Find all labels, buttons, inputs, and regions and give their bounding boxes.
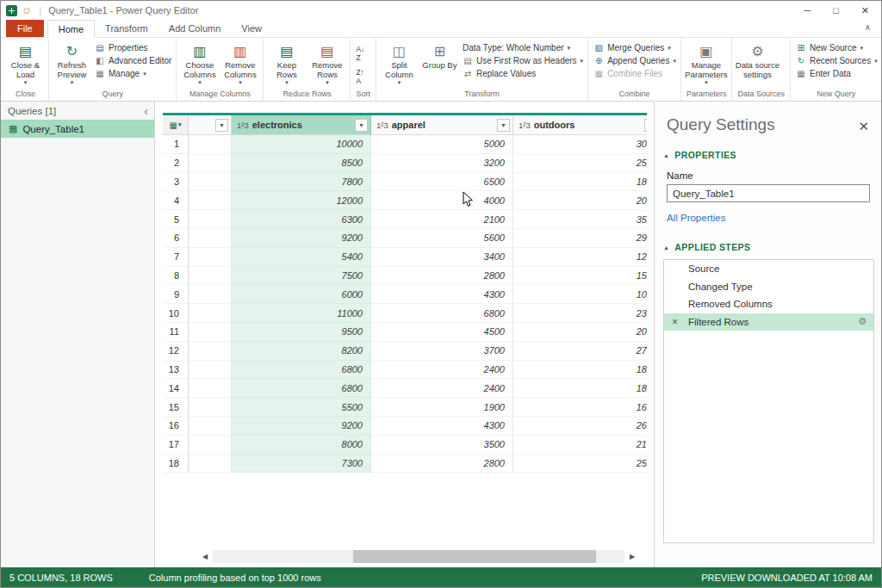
data-cell[interactable]: 6800 bbox=[232, 379, 371, 398]
row-number-cell[interactable]: 18 bbox=[163, 455, 189, 473]
data-cell[interactable]: 6000 bbox=[232, 285, 371, 304]
all-properties-link[interactable]: All Properties bbox=[667, 213, 725, 223]
new-source-button[interactable]: ⊞ New Source ▾ bbox=[796, 43, 878, 53]
data-cell[interactable]: 4300 bbox=[371, 417, 513, 436]
row-number-cell[interactable]: 10 bbox=[163, 304, 189, 323]
applied-step[interactable]: Removed Columns bbox=[664, 295, 873, 313]
data-cell[interactable]: 5000 bbox=[371, 135, 513, 154]
status-profiling-info[interactable]: Column profiling based on top 1000 rows bbox=[149, 573, 321, 583]
data-cell[interactable] bbox=[189, 135, 232, 154]
row-number-cell[interactable]: 15 bbox=[163, 398, 189, 417]
data-cell[interactable]: 2100 bbox=[371, 210, 513, 229]
row-number-cell[interactable]: 4 bbox=[163, 191, 189, 210]
data-cell[interactable]: 9200 bbox=[232, 417, 371, 436]
data-cell[interactable]: 200 bbox=[513, 323, 647, 342]
data-cell[interactable]: 8000 bbox=[232, 436, 371, 455]
enter-data-button[interactable]: ▦ Enter Data bbox=[796, 69, 878, 78]
data-cell[interactable] bbox=[189, 304, 232, 323]
data-cell[interactable]: 3400 bbox=[371, 248, 513, 267]
data-cell[interactable]: 1900 bbox=[371, 398, 513, 417]
sort-ascending-icon[interactable]: A↓Z bbox=[356, 45, 364, 62]
row-number-cell[interactable]: 1 bbox=[163, 135, 189, 154]
data-cell[interactable]: 160 bbox=[513, 398, 647, 417]
advanced-editor-button[interactable]: ◧ Advanced Editor bbox=[95, 56, 171, 65]
data-source-settings-button[interactable]: ⚙ Data source settings bbox=[735, 40, 780, 79]
filter-dropdown-button[interactable]: ▼ bbox=[497, 119, 510, 132]
scrollbar-thumb[interactable] bbox=[353, 550, 596, 563]
tab-add-column[interactable]: Add Column bbox=[158, 20, 232, 37]
applied-step[interactable]: ×Filtered Rows⚙ bbox=[664, 313, 873, 331]
split-column-button[interactable]: ◫ Split Column ▾ bbox=[379, 40, 419, 86]
data-cell[interactable]: 8200 bbox=[232, 342, 371, 361]
delete-step-icon[interactable]: × bbox=[672, 317, 678, 327]
row-number-cell[interactable]: 8 bbox=[163, 267, 189, 286]
data-cell[interactable]: 2800 bbox=[371, 455, 513, 473]
data-cell[interactable]: 180 bbox=[513, 361, 647, 380]
row-number-cell[interactable]: 3 bbox=[163, 173, 189, 192]
close-and-load-button[interactable]: ▤ Close & Load ▾ bbox=[5, 40, 46, 86]
row-number-cell[interactable]: 6 bbox=[163, 229, 189, 248]
data-cell[interactable]: 7300 bbox=[232, 455, 371, 473]
data-cell[interactable] bbox=[189, 323, 232, 342]
data-cell[interactable]: 150 bbox=[513, 267, 647, 286]
row-number-cell[interactable]: 7 bbox=[163, 248, 189, 267]
data-cell[interactable]: 11000 bbox=[232, 304, 371, 323]
filter-dropdown-button[interactable]: ▼ bbox=[355, 119, 368, 132]
column-header-electronics[interactable]: 1²3 electronics ▼ bbox=[232, 115, 371, 135]
scroll-left-arrow[interactable]: ◀ bbox=[197, 553, 213, 560]
data-cell[interactable]: 120 bbox=[513, 248, 647, 267]
close-panel-icon[interactable]: ✕ bbox=[858, 119, 869, 134]
data-cell[interactable]: 180 bbox=[513, 173, 647, 192]
data-cell[interactable]: 12000 bbox=[232, 191, 371, 210]
data-cell[interactable] bbox=[189, 229, 232, 248]
data-cell[interactable]: 3700 bbox=[371, 342, 513, 361]
data-cell[interactable]: 4500 bbox=[371, 323, 513, 342]
data-cell[interactable]: 4000 bbox=[371, 191, 513, 210]
filter-dropdown-button[interactable]: ▼ bbox=[644, 119, 647, 132]
tab-home[interactable]: Home bbox=[47, 20, 95, 38]
data-cell[interactable] bbox=[189, 417, 232, 436]
manage-parameters-button[interactable]: ▣ Manage Parameters ▾ bbox=[684, 40, 729, 86]
data-cell[interactable] bbox=[189, 342, 232, 361]
data-cell[interactable]: 200 bbox=[513, 191, 647, 210]
data-cell[interactable] bbox=[189, 455, 232, 473]
applied-step[interactable]: Changed Type bbox=[664, 278, 873, 296]
query-list-item[interactable]: ▦Query_Table1 bbox=[1, 120, 154, 138]
data-cell[interactable] bbox=[189, 361, 232, 380]
row-number-cell[interactable]: 2 bbox=[163, 154, 189, 173]
refresh-preview-button[interactable]: ↻ Refresh Preview ▾ bbox=[52, 40, 92, 86]
scrollbar-track[interactable] bbox=[213, 550, 624, 563]
merge-queries-button[interactable]: ▧ Merge Queries ▾ bbox=[593, 43, 676, 53]
scroll-right-arrow[interactable]: ▶ bbox=[624, 553, 640, 560]
append-queries-button[interactable]: ⊕ Append Queries ▾ bbox=[593, 56, 676, 65]
remove-columns-button[interactable]: ▥ Remove Columns ▾ bbox=[220, 40, 260, 86]
data-cell[interactable]: 4300 bbox=[371, 285, 513, 304]
tab-transform[interactable]: Transform bbox=[95, 20, 158, 37]
data-cell[interactable]: 210 bbox=[513, 436, 647, 455]
data-cell[interactable]: 6800 bbox=[371, 304, 513, 323]
recent-sources-button[interactable]: ↻ Recent Sources ▾ bbox=[796, 56, 878, 65]
collapse-triangle-icon[interactable]: ▲ bbox=[663, 152, 669, 158]
data-cell[interactable]: 300 bbox=[513, 135, 647, 154]
data-cell[interactable]: 9200 bbox=[232, 229, 371, 248]
data-cell[interactable]: 3200 bbox=[371, 154, 513, 173]
collapse-triangle-icon[interactable]: ▲ bbox=[663, 244, 669, 251]
data-cell[interactable]: 9500 bbox=[232, 323, 371, 342]
step-settings-gear-icon[interactable]: ⚙ bbox=[858, 316, 866, 327]
data-cell[interactable]: 7800 bbox=[232, 173, 371, 192]
row-number-cell[interactable]: 12 bbox=[163, 342, 189, 361]
data-cell[interactable] bbox=[189, 267, 232, 286]
column-header-outdoors[interactable]: 1²3 outdoors ▼ bbox=[513, 115, 647, 135]
data-cell[interactable]: 8500 bbox=[232, 154, 371, 173]
data-cell[interactable]: 6500 bbox=[371, 173, 513, 192]
remove-rows-button[interactable]: ▤ Remove Rows ▾ bbox=[307, 40, 347, 86]
row-number-cell[interactable]: 14 bbox=[163, 379, 189, 398]
feedback-smiley-icon[interactable]: ☺ bbox=[22, 5, 32, 15]
minimize-button[interactable]: ─ bbox=[804, 5, 811, 16]
file-tab[interactable]: File bbox=[6, 20, 44, 37]
close-button[interactable]: ✕ bbox=[861, 5, 869, 16]
manage-button[interactable]: ▦ Manage ▾ bbox=[95, 69, 171, 78]
row-number-cell[interactable]: 5 bbox=[163, 210, 189, 229]
data-cell[interactable]: 290 bbox=[513, 229, 647, 248]
maximize-button[interactable]: □ bbox=[833, 5, 839, 16]
